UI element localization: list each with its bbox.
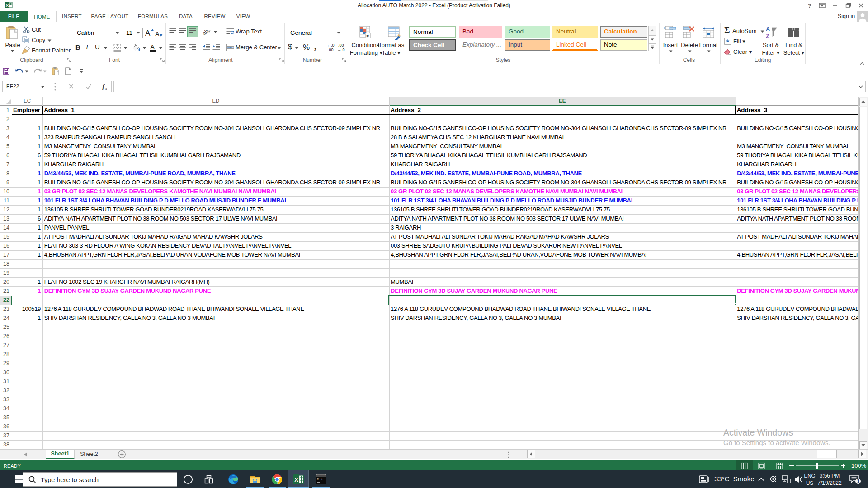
svg-text:Z: Z: [766, 33, 769, 39]
svg-text:.00: .00: [328, 47, 334, 52]
svg-text:←.0: ←.0: [327, 43, 335, 47]
svg-text:1: 1: [857, 479, 859, 484]
svg-text:.00: .00: [338, 43, 344, 47]
svg-text:≠: ≠: [367, 33, 369, 38]
svg-text:A: A: [150, 43, 155, 51]
svg-text:x: x: [105, 86, 108, 91]
svg-text:→.0: →.0: [337, 47, 345, 52]
svg-text:C:\: C:\: [317, 478, 323, 481]
svg-text:?: ?: [808, 2, 811, 9]
svg-text:A: A: [145, 29, 151, 38]
svg-text:A: A: [155, 30, 160, 38]
svg-text:X: X: [294, 476, 298, 483]
svg-text:A: A: [766, 26, 770, 33]
